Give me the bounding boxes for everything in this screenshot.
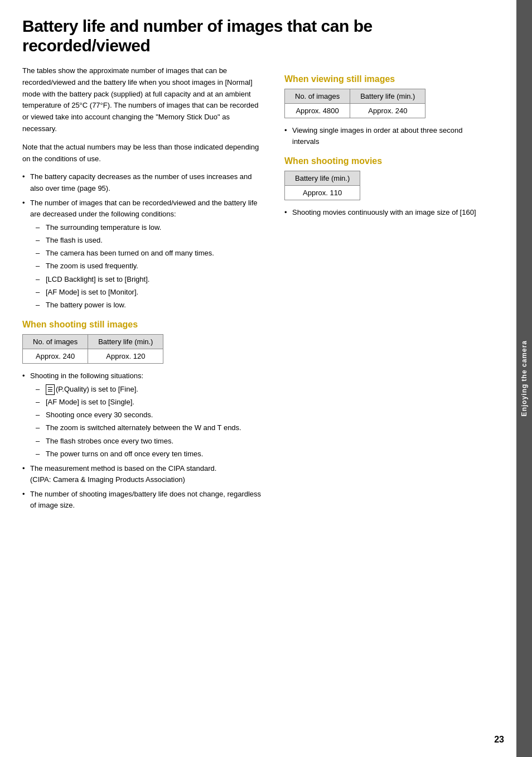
shooting-dash-4: The zoom is switched alternately between… [36,422,262,433]
shooting-still-heading: When shooting still images [22,320,262,330]
dash-item-6: [AF Mode] is set to [Monitor]. [36,287,262,298]
conditions-dash-list: The surrounding temperature is low. The … [36,222,262,311]
shooting-movies-heading: When shooting movies [284,156,489,166]
general-bullet-list: The battery capacity decreases as the nu… [22,171,262,311]
dash-item-3: The camera has been turned on and off ma… [36,248,262,259]
side-tab-label: Enjoying the camera [520,340,528,416]
shooting-bullet-1: Shooting in the following situations: ☰︎… [22,370,262,460]
viewing-still-bullets: Viewing single images in order at about … [284,125,489,147]
shooting-bullet-extra-1: The measurement method is based on the C… [22,463,262,485]
two-column-layout: The tables show the approximate number o… [22,65,489,517]
shooting-still-bullets: Shooting in the following situations: ☰︎… [22,370,262,512]
view-table-header-1: No. of images [285,89,350,104]
view-table-cell-2: Approx. 240 [350,104,425,118]
view-table-header-2: Battery life (min.) [350,89,425,104]
movies-table-cell-1: Approx. 110 [285,186,360,200]
shooting-dash-1: ☰︎(P.Quality) is set to [Fine]. [36,384,262,395]
movies-bullet-1: Shooting movies continuously with an ima… [284,207,489,218]
page-number: 23 [494,735,504,745]
shooting-dash-list: ☰︎(P.Quality) is set to [Fine]. [AF Mode… [36,384,262,460]
shooting-bullet-extra-2: The number of shooting images/battery li… [22,489,262,511]
page-container: Enjoying the camera Battery life and num… [0,0,532,757]
movies-bullets: Shooting movies continuously with an ima… [284,207,489,218]
right-column: When viewing still images No. of images … [284,65,489,517]
still-table-header-1: No. of images [23,334,88,349]
note-paragraph: Note that the actual numbers may be less… [22,142,262,165]
bullet-item-2: The number of images that can be recorde… [22,197,262,311]
viewing-still-table: No. of images Battery life (min.) Approx… [284,89,425,118]
shooting-dash-3: Shooting once every 30 seconds. [36,409,262,421]
movies-table: Battery life (min.) Approx. 110 [284,171,360,200]
dash-item-2: The flash is used. [36,235,262,246]
main-content: Battery life and number of images that c… [0,0,516,757]
still-table-cell-1: Approx. 240 [23,349,88,363]
dash-item-5: [LCD Backlight] is set to [Bright]. [36,274,262,285]
still-table-header-2: Battery life (min.) [88,334,163,349]
dash-item-1: The surrounding temperature is low. [36,222,262,233]
bullet-item-1: The battery capacity decreases as the nu… [22,171,262,194]
movies-table-header-1: Battery life (min.) [285,171,360,186]
view-bullet-1: Viewing single images in order at about … [284,125,489,147]
shooting-dash-6: The power turns on and off once every te… [36,449,262,460]
view-table-cell-1: Approx. 4800 [285,104,350,118]
viewing-still-heading: When viewing still images [284,74,489,84]
shooting-still-table: No. of images Battery life (min.) Approx… [22,334,163,364]
dash-item-7: The battery power is low. [36,300,262,311]
shooting-dash-2: [AF Mode] is set to [Single]. [36,397,262,408]
shooting-dash-5: The flash strobes once every two times. [36,436,262,447]
dash-item-4: The zoom is used frequently. [36,261,262,272]
page-title: Battery life and number of images that c… [22,17,489,55]
intro-paragraph: The tables show the approximate number o… [22,65,262,135]
side-tab: Enjoying the camera [516,0,532,757]
still-table-cell-2: Approx. 120 [88,349,163,363]
left-column: The tables show the approximate number o… [22,65,262,517]
pquality-icon: ☰︎ [46,384,55,395]
